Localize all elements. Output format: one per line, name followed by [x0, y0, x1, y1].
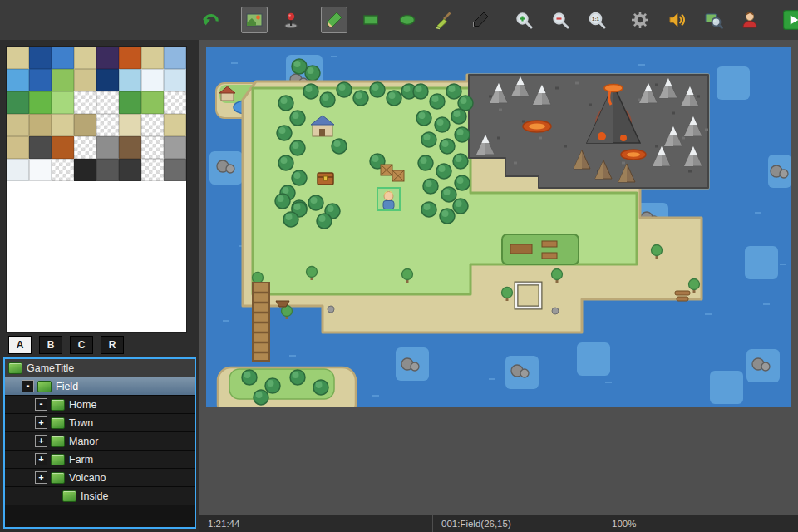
expand-icon[interactable]: +: [35, 471, 47, 484]
palette-tile[interactable]: [164, 91, 186, 114]
map-tree-item-home[interactable]: -Home: [5, 396, 195, 414]
palette-tab-b[interactable]: B: [39, 336, 62, 354]
palette-tile[interactable]: [7, 159, 29, 181]
palette-tile[interactable]: [119, 159, 141, 181]
palette-tabs: ABCR: [8, 336, 124, 354]
palette-tile[interactable]: [74, 47, 96, 69]
tree-item-label: Volcano: [69, 472, 106, 484]
palette-tab-a[interactable]: A: [8, 336, 32, 354]
toolbar: 1:1: [0, 0, 798, 41]
palette-tile[interactable]: [7, 69, 29, 91]
database-gear-icon[interactable]: [627, 7, 653, 33]
tree-item-label: GameTitle: [27, 362, 74, 374]
collapse-icon[interactable]: -: [22, 380, 34, 392]
palette-tile[interactable]: [52, 47, 74, 69]
shadow-pen-icon[interactable]: [467, 7, 494, 33]
toolbar-buttons: 1:1: [198, 7, 798, 33]
treasure-chest: [318, 173, 333, 185]
palette-tile[interactable]: [52, 91, 74, 114]
map-icon: [51, 417, 65, 429]
map-tree-item-town[interactable]: +Town: [5, 414, 195, 432]
palette-tile[interactable]: [96, 91, 119, 114]
palette-tile[interactable]: [119, 114, 141, 136]
palette-tile[interactable]: [141, 47, 164, 69]
palette-tile[interactable]: [29, 159, 52, 181]
expand-icon[interactable]: +: [35, 453, 47, 466]
character-generator-icon[interactable]: [736, 7, 763, 33]
expand-icon[interactable]: +: [35, 435, 47, 447]
palette-tab-c[interactable]: C: [70, 336, 93, 354]
palette-tile[interactable]: [29, 136, 52, 159]
palette-tile[interactable]: [52, 159, 74, 181]
tree-item-label: Field: [56, 381, 78, 392]
palette-tile[interactable]: [141, 136, 164, 159]
zoom-in-icon[interactable]: [510, 7, 537, 33]
palette-tile[interactable]: [29, 69, 52, 91]
palette-tile[interactable]: [7, 114, 29, 136]
playtest-icon[interactable]: [780, 7, 798, 33]
sound-test-icon[interactable]: [663, 7, 690, 33]
palette-tile[interactable]: [52, 69, 74, 91]
palette-tile[interactable]: [29, 47, 52, 69]
tree-item-label: Home: [69, 399, 96, 411]
map-mode-icon[interactable]: [241, 7, 268, 33]
palette-tile[interactable]: [164, 114, 186, 136]
palette-tile[interactable]: [141, 114, 164, 136]
collapse-icon[interactable]: -: [35, 398, 47, 411]
rectangle-tool-icon[interactable]: [357, 7, 384, 33]
tileset-grid: [7, 47, 186, 181]
map-canvas[interactable]: [206, 47, 791, 407]
flood-fill-icon[interactable]: [431, 7, 457, 33]
palette-tile[interactable]: [119, 91, 141, 114]
palette-tile[interactable]: [164, 69, 186, 91]
event-searcher-icon[interactable]: [700, 7, 727, 33]
player-start-event[interactable]: [377, 188, 400, 210]
palette-tile[interactable]: [29, 91, 52, 114]
island-southwest: [218, 367, 356, 407]
map-tree-item-manor[interactable]: +Manor: [5, 432, 195, 451]
palette-tile[interactable]: [141, 69, 164, 91]
status-map-info: 001:Field(26,15): [432, 515, 603, 532]
map-icon: [51, 472, 65, 484]
undo-icon[interactable]: [198, 7, 224, 33]
palette-tile[interactable]: [74, 69, 96, 91]
expand-icon[interactable]: +: [35, 416, 47, 429]
palette-tile[interactable]: [7, 91, 29, 114]
palette-tile[interactable]: [141, 91, 164, 114]
palette-tile[interactable]: [74, 159, 96, 181]
palette-tile[interactable]: [96, 114, 119, 136]
event-mode-icon[interactable]: [278, 7, 304, 33]
map-icon: [37, 381, 52, 392]
palette-tile[interactable]: [52, 136, 74, 159]
palette-tile[interactable]: [119, 69, 141, 91]
palette-tile[interactable]: [164, 136, 186, 159]
palette-tile[interactable]: [164, 47, 186, 69]
palette-tile[interactable]: [96, 136, 119, 159]
palette-tile[interactable]: [29, 114, 52, 136]
palette-tile[interactable]: [164, 159, 186, 181]
map-tree-item-gametitle[interactable]: GameTitle: [5, 359, 195, 377]
map-tree-item-farm[interactable]: +Farm: [5, 451, 195, 469]
palette-tile[interactable]: [96, 47, 119, 69]
zoom-out-icon[interactable]: [547, 7, 574, 33]
palette-tile[interactable]: [119, 136, 141, 159]
palette-tab-r[interactable]: R: [101, 336, 124, 354]
ellipse-tool-icon[interactable]: [394, 7, 421, 33]
zoom-actual-icon[interactable]: 1:1: [584, 7, 610, 33]
status-bar: 1:21:44 001:Field(26,15) 100%: [200, 515, 798, 532]
palette-tile[interactable]: [74, 136, 96, 159]
palette-tile[interactable]: [7, 136, 29, 159]
map-tree-item-field[interactable]: -Field: [5, 377, 195, 396]
palette-tile[interactable]: [96, 69, 119, 91]
pencil-icon[interactable]: [321, 7, 347, 33]
map-tree-item-volcano[interactable]: +Volcano: [5, 469, 195, 487]
palette-tile[interactable]: [74, 91, 96, 114]
palette-tile[interactable]: [52, 114, 74, 136]
map-tree-item-inside[interactable]: Inside: [5, 487, 195, 505]
map-tree: GameTitle-Field-Home+Town+Manor+Farm+Vol…: [3, 357, 196, 529]
palette-tile[interactable]: [96, 159, 119, 181]
palette-tile[interactable]: [74, 114, 96, 136]
palette-tile[interactable]: [141, 159, 164, 181]
palette-tile[interactable]: [119, 47, 141, 69]
palette-tile[interactable]: [7, 47, 29, 69]
